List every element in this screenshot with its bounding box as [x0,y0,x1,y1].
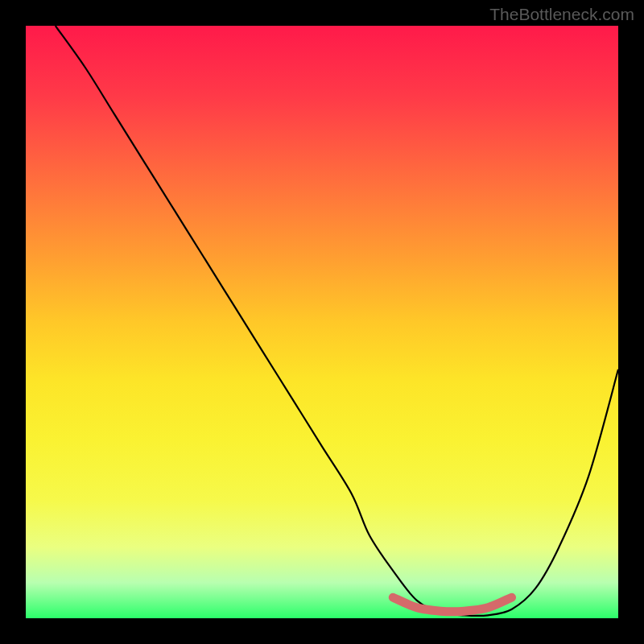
watermark-text: TheBottleneck.com [489,5,634,24]
chart-line-main [56,26,618,616]
chart-plot-area [26,26,618,618]
chart-svg [26,26,618,618]
chart-line-bottleneck-region [393,597,511,612]
